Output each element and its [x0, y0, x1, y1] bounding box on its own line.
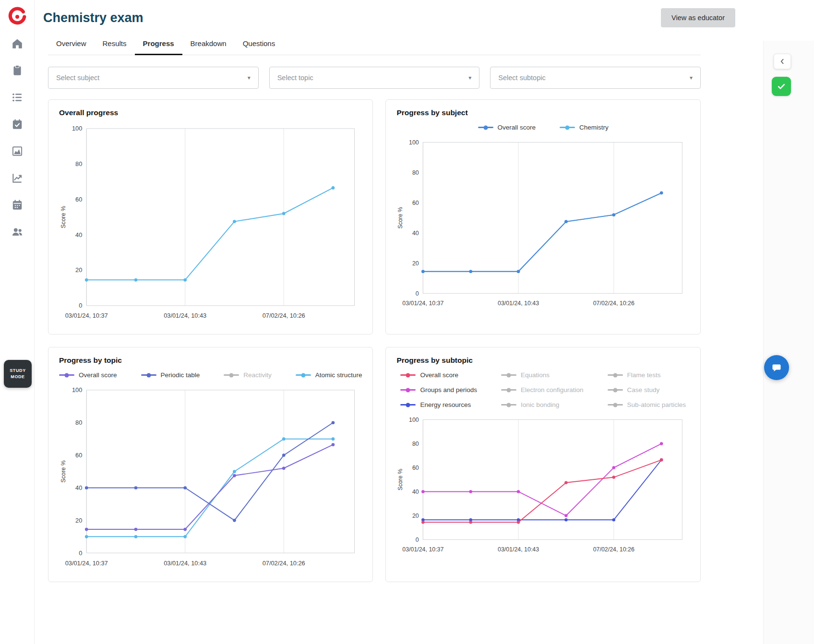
syllabus-list-icon[interactable] — [11, 91, 24, 104]
overall-progress-chart: 03/01/24, 10:3703/01/24, 10:4307/02/24, … — [59, 124, 362, 327]
legend-marker — [608, 374, 623, 376]
svg-text:60: 60 — [75, 452, 82, 459]
svg-text:20: 20 — [412, 513, 419, 519]
legend-item-equations[interactable]: Equations — [501, 371, 584, 379]
legend-marker — [608, 389, 623, 391]
tab-questions[interactable]: Questions — [235, 33, 284, 55]
svg-text:40: 40 — [412, 489, 419, 495]
view-as-educator-button[interactable]: View as educator — [661, 8, 735, 27]
svg-text:100: 100 — [72, 387, 82, 394]
svg-text:0: 0 — [416, 290, 419, 297]
progress-trend-icon[interactable] — [11, 172, 24, 184]
home-icon[interactable] — [11, 37, 24, 50]
svg-text:Score %: Score % — [397, 207, 404, 228]
legend-marker — [400, 374, 416, 376]
legend-item-chemistry[interactable]: Chemistry — [560, 124, 609, 131]
tab-overview[interactable]: Overview — [48, 33, 95, 55]
legend-item-periodic-table[interactable]: Periodic table — [141, 371, 200, 379]
chart-title: Progress by subject — [396, 108, 690, 117]
chart-title: Overall progress — [59, 108, 362, 117]
legend-marker — [501, 389, 516, 391]
topic-select[interactable]: Select topic ▾ — [269, 67, 480, 89]
legend-marker — [296, 374, 311, 376]
subtopic-select-placeholder: Select subtopic — [498, 74, 545, 82]
svg-text:20: 20 — [75, 266, 82, 274]
chart-legend: Overall scoreEquationsFlame testsGroups … — [396, 371, 690, 408]
svg-text:07/02/24, 10:26: 07/02/24, 10:26 — [593, 300, 634, 307]
svg-text:40: 40 — [412, 230, 419, 237]
check-icon — [777, 82, 786, 91]
legend-item-flame-tests[interactable]: Flame tests — [608, 371, 686, 379]
svg-text:60: 60 — [75, 196, 82, 203]
right-gutter — [763, 41, 814, 644]
legend-label: Overall score — [79, 371, 117, 379]
legend-item-overall-score[interactable]: Overall score — [59, 371, 117, 379]
filter-row: Select subject ▾ Select topic ▾ Select s… — [48, 67, 701, 89]
legend-label: Chemistry — [579, 124, 609, 131]
tab-breakdown[interactable]: Breakdown — [182, 33, 235, 55]
legend-item-sub-atomic-particles[interactable]: Sub-atomic particles — [608, 401, 686, 408]
brand-logo[interactable] — [7, 7, 27, 27]
charts-grid: Overall progress 03/01/24, 10:3703/01/24… — [48, 99, 701, 582]
legend-marker — [501, 404, 516, 405]
sidebar-nav — [11, 37, 24, 238]
legend-label: Ionic bonding — [521, 401, 559, 408]
line-chart: 03/01/24, 10:3703/01/24, 10:4307/02/24, … — [59, 124, 362, 327]
chart-legend: Overall scorePeriodic tableReactivityAto… — [59, 371, 362, 379]
legend-item-overall-score[interactable]: Overall score — [400, 371, 477, 379]
legend-item-electron-configuration[interactable]: Electron configuration — [501, 386, 584, 394]
svg-text:0: 0 — [79, 549, 82, 557]
svg-text:07/02/24, 10:26: 07/02/24, 10:26 — [263, 560, 305, 567]
legend-item-groups-and-periods[interactable]: Groups and periods — [400, 386, 477, 394]
svg-text:Score %: Score % — [60, 206, 67, 228]
legend-marker — [608, 404, 623, 405]
collapse-panel-button[interactable] — [774, 54, 791, 69]
tab-progress[interactable]: Progress — [135, 33, 182, 55]
chevron-down-icon: ▾ — [690, 74, 693, 81]
legend-label: Energy resources — [420, 401, 471, 408]
legend-item-reactivity[interactable]: Reactivity — [224, 371, 272, 379]
svg-text:03/01/24, 10:43: 03/01/24, 10:43 — [164, 312, 206, 319]
legend-marker — [501, 374, 516, 376]
svg-text:0: 0 — [416, 537, 419, 543]
subtopic-select[interactable]: Select subtopic ▾ — [490, 67, 701, 89]
svg-text:03/01/24, 10:43: 03/01/24, 10:43 — [164, 560, 206, 567]
chat-launcher-button[interactable] — [764, 355, 789, 380]
legend-item-overall-score[interactable]: Overall score — [478, 124, 536, 131]
legend-label: Periodic table — [161, 371, 200, 379]
svg-text:60: 60 — [412, 465, 419, 471]
legend-label: Overall score — [420, 371, 458, 379]
calendar-icon[interactable] — [11, 199, 24, 211]
legend-marker — [224, 374, 239, 376]
legend-item-ionic-bonding[interactable]: Ionic bonding — [501, 401, 584, 408]
legend-marker — [400, 404, 416, 405]
chevron-left-icon — [778, 58, 786, 65]
page-header: Chemistry exam View as educator — [35, 0, 763, 32]
legend-item-case-study[interactable]: Case study — [608, 386, 686, 394]
legend-marker — [141, 374, 156, 376]
chart-card-progress-by-subject: Progress by subject Overall scoreChemist… — [385, 99, 701, 334]
svg-text:20: 20 — [412, 260, 419, 267]
svg-text:Score %: Score % — [60, 460, 67, 483]
legend-marker — [560, 127, 575, 128]
legend-marker — [400, 389, 416, 391]
legend-item-atomic-structure[interactable]: Atomic structure — [296, 371, 362, 379]
assignments-icon[interactable] — [11, 64, 24, 77]
tasks-calendar-check-icon[interactable] — [11, 118, 24, 131]
chart-title: Progress by subtopic — [396, 356, 690, 365]
svg-text:100: 100 — [409, 139, 419, 146]
legend-label: Flame tests — [627, 371, 661, 379]
svg-text:60: 60 — [412, 200, 419, 206]
tab-bar: Overview Results Progress Breakdown Ques… — [48, 33, 701, 55]
svg-text:Score %: Score % — [397, 469, 404, 490]
stats-area-chart-icon[interactable] — [11, 145, 24, 157]
tab-results[interactable]: Results — [95, 33, 135, 55]
legend-label: Sub-atomic particles — [627, 401, 686, 408]
topic-select-placeholder: Select topic — [277, 74, 313, 82]
classes-users-icon[interactable] — [11, 226, 24, 238]
svg-text:40: 40 — [75, 231, 82, 239]
confirm-button[interactable] — [772, 77, 791, 96]
subject-select[interactable]: Select subject ▾ — [48, 67, 259, 89]
study-mode-badge[interactable]: STUDY MODE — [4, 360, 32, 388]
legend-item-energy-resources[interactable]: Energy resources — [400, 401, 477, 408]
